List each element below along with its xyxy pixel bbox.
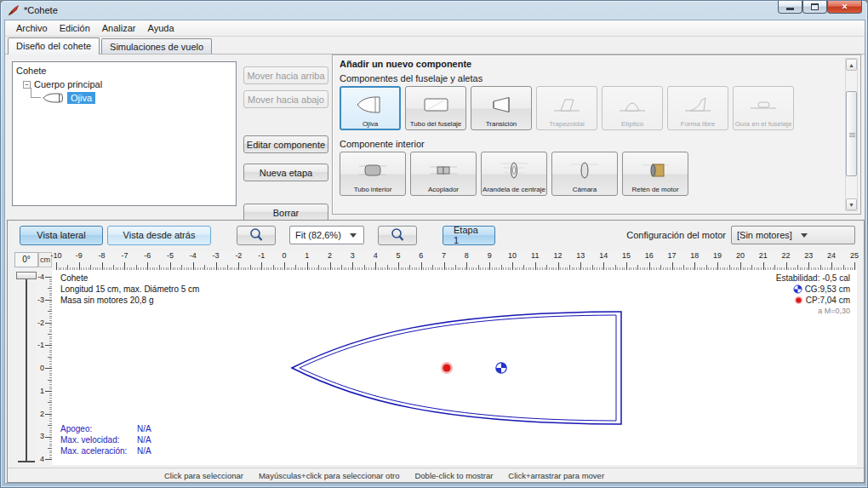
motor-config-combo[interactable]: [Sin motores] <box>731 226 855 244</box>
back-view-toggle[interactable]: Vista desde atrás <box>107 226 211 245</box>
scrollbar-grip <box>849 133 855 134</box>
magnifier-icon <box>248 227 264 243</box>
button-label: Mover hacia abajo <box>248 95 324 105</box>
stage-1-toggle[interactable]: Etapa 1 <box>443 226 495 245</box>
add-bodytube-button[interactable]: Tubo del fuselaje <box>405 86 466 130</box>
tree-item-nosecone[interactable]: Ojiva <box>16 91 236 105</box>
component-label: Transición <box>486 120 517 128</box>
add-nosecone-button[interactable]: Ojiva <box>340 86 401 130</box>
add-rail-guide-button[interactable]: Guía en el fuselaje <box>733 86 794 130</box>
move-up-button[interactable]: Mover hacia arriba <box>243 66 328 84</box>
view-toolbar: Vista lateral Vista desde atrás Fit (82,… <box>8 224 864 246</box>
engine-block-icon <box>640 154 671 186</box>
minimize-icon <box>786 8 794 10</box>
button-label: Mover hacia arriba <box>247 71 324 81</box>
add-inner-tube-button[interactable]: Tubo interior <box>340 152 406 196</box>
status-hint: Doble-click to mostrar <box>414 471 493 480</box>
rotation-value: 0° <box>14 252 38 267</box>
rocket-name: Cohete <box>60 273 199 284</box>
add-engine-block-button[interactable]: Retén de motor <box>622 152 688 196</box>
component-label: Retén de motor <box>631 186 678 193</box>
cp-marker-icon <box>794 296 803 305</box>
menu-item[interactable]: Archivo <box>10 21 54 35</box>
delete-button[interactable]: Borrar <box>243 204 328 221</box>
component-label: Tubo del fuselaje <box>410 120 462 128</box>
add-transition-button[interactable]: Transición <box>471 86 532 130</box>
window-content: ArchivoEdiciónAnalizarAyuda Diseño del c… <box>4 20 865 484</box>
button-label: Vista desde atrás <box>123 230 196 240</box>
mach-note: a M=0,30 <box>776 306 850 317</box>
title-bar: *Cohete ✕ <box>1 1 867 20</box>
status-hint-bar: Click para seleccionarMayúsculas+click p… <box>8 468 864 482</box>
magnifier-icon <box>390 227 405 243</box>
component-label: Trapezoidal <box>549 120 585 128</box>
bulkhead-icon <box>569 154 600 186</box>
app-window: *Cohete ✕ ArchivoEdiciónAnalizarAyuda Di… <box>0 0 868 488</box>
tab-rocket-design[interactable]: Diseño del cohete <box>8 37 100 55</box>
add-component-panel: Añadir un nuevo componente Componentes d… <box>332 55 861 215</box>
component-label: Elíptico <box>621 120 643 128</box>
fuselage-component-row: Ojiva Tubo del fuselaje Transición <box>340 86 854 130</box>
rotation-slider-track[interactable] <box>26 277 27 462</box>
rotation-slider-handle[interactable] <box>16 272 37 279</box>
nosecone-icon <box>356 89 385 120</box>
menu-item[interactable]: Ayuda <box>142 21 180 35</box>
close-icon: ✕ <box>842 3 848 11</box>
zoom-level-combo[interactable]: Fit (82,6%) <box>289 226 364 244</box>
apogee-value: N/A <box>137 423 151 434</box>
component-label: Forma libre <box>681 120 715 128</box>
tree-item-stage[interactable]: − Cuerpo principal <box>16 78 236 91</box>
rocket-icon <box>8 4 20 16</box>
button-label: Etapa 1 <box>454 225 484 245</box>
scroll-down-arrow-icon[interactable]: ▼ <box>846 198 857 210</box>
scroll-up-arrow-icon[interactable]: ▲ <box>846 59 857 71</box>
rocket-canvas[interactable]: Cohete Longitud 15 cm, max. Diámetro 5 c… <box>52 270 857 465</box>
maximize-button[interactable] <box>802 1 827 14</box>
add-trapezoidal-fin-button[interactable]: Trapezoidal <box>536 86 597 130</box>
rocket-info: Cohete Longitud 15 cm, max. Diámetro 5 c… <box>60 273 199 306</box>
fuselage-group-label: Componentes del fuselaje y aletas <box>340 73 854 83</box>
motor-config-label: Configuración del motor <box>626 230 726 240</box>
freeform-fin-icon <box>683 89 712 120</box>
collapse-icon[interactable]: − <box>23 81 31 89</box>
edit-component-button[interactable]: Editar componente <box>243 135 328 153</box>
button-label: Nueva etapa <box>260 168 312 178</box>
component-tree: Cohete − Cuerpo principal Ojiva <box>12 61 237 206</box>
add-bulkhead-button[interactable]: Cámara <box>551 152 618 196</box>
combo-value: Fit (82,6%) <box>295 230 341 240</box>
maximize-icon <box>811 3 819 10</box>
combo-value: [Sin motores] <box>737 230 792 240</box>
add-centering-ring-button[interactable]: Arandela de centraje <box>481 152 547 196</box>
scrollbar-thumb[interactable] <box>846 91 857 176</box>
move-down-button[interactable]: Mover hacia abajo <box>243 90 328 108</box>
cg-marker-icon <box>496 363 506 373</box>
minimize-button[interactable] <box>778 1 802 14</box>
component-label: Acoplador <box>428 186 459 193</box>
rocket-dimensions: Longitud 15 cm, max. Diámetro 5 cm <box>60 284 199 295</box>
cg-marker-icon <box>793 284 802 294</box>
tree-actions: Mover hacia arriba Mover hacia abajo Edi… <box>243 66 328 221</box>
transition-icon <box>487 89 516 120</box>
zoom-out-button[interactable] <box>378 226 417 245</box>
tree-item-label: Cuerpo principal <box>34 79 102 89</box>
tree-item-rocket[interactable]: Cohete <box>16 64 236 78</box>
tab-flight-simulations[interactable]: Simulaciones de vuelo <box>101 38 212 54</box>
add-freeform-fin-button[interactable]: Forma libre <box>667 86 728 130</box>
horizontal-ruler: -10-9-8-7-6-5-4-3-2-10123456789101112131… <box>52 251 857 270</box>
side-view-toggle[interactable]: Vista lateral <box>20 226 103 245</box>
status-hint: Mayúsculas+click para seleccionar otro <box>259 471 400 480</box>
zoom-in-button[interactable] <box>237 226 276 245</box>
menu-item[interactable]: Analizar <box>96 21 142 35</box>
add-coupler-button[interactable]: Acoplador <box>410 152 477 196</box>
button-label: Editar componente <box>247 140 325 150</box>
cp-value: CP:7,04 cm <box>806 295 850 306</box>
velocity-value: N/A <box>137 434 151 445</box>
menu-item[interactable]: Edición <box>54 21 96 35</box>
panel-title: Añadir un nuevo componente <box>340 59 854 69</box>
rocket-mass: Masa sin motores 20,8 g <box>60 295 199 306</box>
close-button[interactable]: ✕ <box>827 1 862 14</box>
cp-marker-icon <box>441 362 453 374</box>
add-elliptical-fin-button[interactable]: Elíptico <box>602 86 663 130</box>
new-stage-button[interactable]: Nueva etapa <box>243 164 328 181</box>
nosecone-outline[interactable] <box>292 312 621 424</box>
